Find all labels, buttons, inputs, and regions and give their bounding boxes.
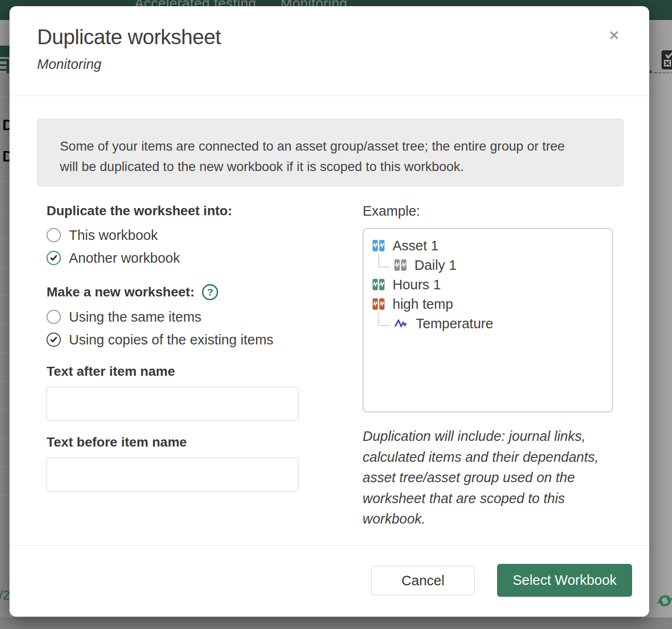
dialog-footer: Cancel Select Workbook xyxy=(10,545,649,617)
tree-connector xyxy=(378,313,390,326)
tree-item-daily: Daily 1 xyxy=(373,256,612,275)
tree-item-label: Hours 1 xyxy=(393,277,441,293)
tree-item-temperature: Temperature xyxy=(373,314,612,334)
tree-connector xyxy=(378,254,390,267)
condition-icon xyxy=(373,298,385,310)
check-icon xyxy=(49,254,58,262)
tree-item-hours: Hours 1 xyxy=(373,275,612,295)
cancel-button[interactable]: Cancel xyxy=(371,566,475,595)
options-column: Duplicate the worksheet into: This workb… xyxy=(47,203,303,492)
make-new-options: Using the same items Using copies of the… xyxy=(47,305,303,351)
dialog-title: Duplicate worksheet xyxy=(37,25,622,49)
radio-circle-selected[interactable] xyxy=(47,251,61,265)
radio-circle[interactable] xyxy=(47,228,61,242)
make-new-heading-row: Make a new worksheet: ? xyxy=(47,284,303,301)
tree-item-label: Asset 1 xyxy=(393,238,439,254)
notice-banner: Some of your items are connected to an a… xyxy=(37,119,624,186)
example-heading: Example: xyxy=(363,203,614,219)
radio-same-items[interactable]: Using the same items xyxy=(47,305,303,328)
radio-circle[interactable] xyxy=(47,310,61,324)
tree-item-label: Temperature xyxy=(416,316,493,332)
tree-item-label: high temp xyxy=(393,296,453,312)
dialog-header: Duplicate worksheet Monitoring ✕ xyxy=(10,6,649,96)
example-column: Example: Asset 1 xyxy=(363,203,614,530)
make-new-heading: Make a new worksheet: xyxy=(47,284,194,301)
example-tree: Asset 1 Daily 1 xyxy=(363,228,613,412)
condition-icon xyxy=(373,240,385,252)
help-icon[interactable]: ? xyxy=(202,284,218,300)
condition-icon xyxy=(394,259,407,271)
radio-label: Using copies of the existing items xyxy=(69,332,273,348)
duplicate-worksheet-dialog: Duplicate worksheet Monitoring ✕ Some of… xyxy=(10,6,649,617)
radio-this-workbook[interactable]: This workbook xyxy=(47,224,303,247)
text-after-label: Text after item name xyxy=(47,363,303,380)
radio-copies-of-items[interactable]: Using copies of the existing items xyxy=(47,328,303,351)
duplication-note: Duplication will include: journal links,… xyxy=(363,426,603,530)
tree-item-hightemp: high temp xyxy=(373,295,612,314)
radio-another-workbook[interactable]: Another workbook xyxy=(47,247,303,269)
duplicate-into-heading: Duplicate the worksheet into: xyxy=(47,203,303,219)
radio-label: Another workbook xyxy=(69,250,180,266)
radio-circle-selected[interactable] xyxy=(47,333,61,347)
radio-label: Using the same items xyxy=(69,309,202,325)
text-before-label: Text before item name xyxy=(47,434,303,450)
close-icon[interactable]: ✕ xyxy=(604,25,624,46)
duplicate-into-options: This workbook Another workbook xyxy=(47,224,303,269)
tree-item-label: Daily 1 xyxy=(414,257,457,273)
signal-icon xyxy=(394,318,409,330)
radio-label: This workbook xyxy=(69,228,158,243)
dialog-subtitle: Monitoring xyxy=(37,57,622,72)
text-after-input[interactable] xyxy=(47,387,298,421)
check-icon xyxy=(49,335,58,344)
tree-item-asset: Asset 1 xyxy=(373,236,612,256)
text-before-input[interactable] xyxy=(47,457,298,492)
condition-icon xyxy=(373,279,385,291)
select-workbook-button[interactable]: Select Workbook xyxy=(497,564,632,597)
notice-text: Some of your items are connected to an a… xyxy=(60,136,585,177)
